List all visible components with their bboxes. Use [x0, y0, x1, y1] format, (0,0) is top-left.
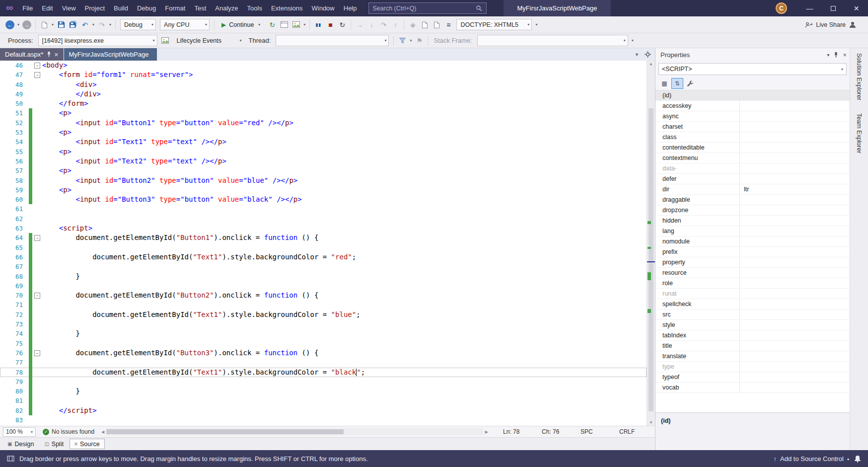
menu-debug[interactable]: Debug	[133, 0, 160, 16]
step-into-icon[interactable]: ↓	[366, 19, 377, 30]
dropdown-arrow-icon[interactable]: ▾	[535, 22, 537, 27]
pin-icon[interactable]	[47, 52, 51, 57]
notifications-bell-icon[interactable]	[854, 455, 861, 463]
lifecycle-events-dropdown[interactable]: Lifecycle Events▾	[173, 35, 244, 46]
property-row[interactable]: runat	[655, 289, 850, 299]
code-line-77[interactable]: 77	[0, 358, 647, 367]
property-row[interactable]: src	[655, 310, 850, 320]
code-line-50[interactable]: 50 </form>	[0, 99, 647, 108]
code-line-61[interactable]: 61	[0, 204, 647, 214]
step-over-icon[interactable]: ↷	[378, 19, 389, 30]
property-row[interactable]: nomodule	[655, 236, 850, 247]
code-line-79[interactable]: 79	[0, 377, 647, 387]
restart-icon[interactable]: ↻	[337, 19, 348, 30]
property-row[interactable]: prefix	[655, 247, 850, 257]
code-line-65[interactable]: 65	[0, 243, 647, 252]
add-to-source-control-button[interactable]: ↑ Add to Source Control ▴	[774, 455, 849, 463]
close-tab-icon[interactable]: ×	[54, 51, 58, 58]
search-input[interactable]: Search (Ctrl+Q)	[368, 2, 487, 14]
code-line-67[interactable]: 67	[0, 262, 647, 271]
code-line-56[interactable]: 56 <input id="Text2" type="text" /></p>	[0, 156, 647, 166]
thread-dropdown[interactable]: ▾	[276, 35, 389, 46]
fold-collapse-icon[interactable]: -	[34, 350, 40, 356]
fold-collapse-icon[interactable]: -	[34, 63, 40, 69]
continue-button[interactable]: ▶Continue▾	[218, 19, 265, 31]
scroll-up-icon[interactable]: ▲	[647, 62, 655, 66]
code-line-55[interactable]: 55 <p>	[0, 147, 647, 156]
lifecycle-icon[interactable]	[160, 35, 171, 46]
new-file-icon[interactable]	[39, 19, 50, 30]
dropdown-arrow-icon[interactable]: ▾	[410, 38, 412, 43]
dropdown-arrow-icon[interactable]: ▾	[92, 22, 94, 27]
scrollbar-thumb[interactable]	[649, 108, 653, 411]
step-out-icon[interactable]: ↑	[390, 19, 401, 30]
zoom-dropdown[interactable]: 100 %▾	[3, 427, 36, 437]
show-next-statement-icon[interactable]: →	[354, 19, 365, 30]
view-tab-split[interactable]: ◫Split	[40, 439, 68, 449]
feedback-icon[interactable]	[849, 21, 856, 28]
dropdown-arrow-icon[interactable]: ▾	[109, 22, 111, 27]
property-row[interactable]: accesskey	[655, 101, 850, 111]
property-row[interactable]: (id)	[655, 90, 850, 101]
code-line-75[interactable]: 75	[0, 339, 647, 348]
format-document-icon[interactable]: ≡	[443, 19, 454, 30]
code-line-74[interactable]: 74 }	[0, 329, 647, 338]
code-line-81[interactable]: 81	[0, 396, 647, 405]
property-row[interactable]: spellcheck	[655, 299, 850, 310]
property-row[interactable]: contextmenu	[655, 153, 850, 163]
platform-dropdown[interactable]: Any CPU▾	[160, 19, 210, 30]
live-share-icon[interactable]	[805, 21, 812, 28]
code-line-73[interactable]: 73	[0, 319, 647, 329]
browser-preview-icon[interactable]	[279, 19, 289, 30]
menu-file[interactable]: File	[18, 0, 37, 16]
save-icon[interactable]	[56, 19, 67, 30]
code-line-66[interactable]: 66 document.getElementById("Text1").styl…	[0, 252, 647, 262]
dropdown-arrow-icon[interactable]: ▾	[303, 22, 305, 27]
code-line-49[interactable]: 49 </div>	[0, 89, 647, 99]
view-tab-design[interactable]: ▣Design	[3, 439, 38, 449]
code-map-icon[interactable]: ◈	[407, 19, 418, 30]
code-editor[interactable]: 46-<body>47- <form id="form1" runat="ser…	[0, 61, 655, 426]
close-icon[interactable]: ×	[843, 51, 847, 59]
flag-icon[interactable]: ⚑	[414, 35, 425, 46]
code-line-70[interactable]: 70- document.getElementById("Button2").o…	[0, 291, 647, 300]
property-row[interactable]: tabIndex	[655, 330, 850, 341]
code-line-69[interactable]: 69	[0, 281, 647, 291]
code-line-72[interactable]: 72 document.getElementById("Text1").styl…	[0, 310, 647, 319]
property-row[interactable]: data-	[655, 163, 850, 174]
fold-collapse-icon[interactable]: -	[34, 235, 40, 241]
code-line-63[interactable]: 63 <script>	[0, 224, 647, 233]
code-line-51[interactable]: 51 <p>	[0, 108, 647, 118]
property-row[interactable]: lang	[655, 226, 850, 236]
code-line-53[interactable]: 53 <p>	[0, 128, 647, 137]
property-row[interactable]: class	[655, 132, 850, 143]
property-row[interactable]: charset	[655, 122, 850, 132]
property-row[interactable]: title	[655, 341, 850, 351]
menu-test[interactable]: Test	[190, 0, 211, 16]
maximize-button[interactable]	[821, 0, 845, 16]
hscrollbar-thumb[interactable]	[106, 429, 344, 434]
code-line-59[interactable]: 59 <p>	[0, 185, 647, 195]
property-row[interactable]: draggable	[655, 195, 850, 205]
dropdown-arrow-icon[interactable]: ▾	[17, 22, 19, 27]
tab-solution-explorer[interactable]: Solution Explorer	[856, 53, 863, 100]
view-tab-source[interactable]: ≡Source	[70, 439, 104, 449]
issues-indicator[interactable]: ✓ No issues found	[38, 428, 99, 435]
tab-team-explorer[interactable]: Team Explorer	[856, 113, 863, 154]
undo-icon[interactable]: ↶	[79, 19, 90, 30]
process-dropdown[interactable]: [16492] iisexpress.exe▾	[38, 35, 157, 46]
scroll-right-icon[interactable]: ▶	[483, 430, 490, 434]
property-row[interactable]: translate	[655, 351, 850, 362]
save-all-icon[interactable]	[68, 19, 78, 30]
property-pages-icon[interactable]	[684, 78, 696, 89]
navigate-back-icon[interactable]: ←	[5, 20, 14, 29]
menu-edit[interactable]: Edit	[37, 0, 57, 16]
property-row[interactable]: dirltr	[655, 184, 850, 195]
code-line-82[interactable]: 82 </script>	[0, 406, 647, 415]
preview-image-icon[interactable]	[290, 19, 301, 30]
code-line-76[interactable]: 76- document.getElementById("Button3").o…	[0, 348, 647, 358]
property-row[interactable]: hidden	[655, 216, 850, 226]
menu-tools[interactable]: Tools	[243, 0, 267, 16]
code-line-68[interactable]: 68 }	[0, 272, 647, 281]
pause-icon[interactable]: ▮▮	[313, 19, 324, 30]
